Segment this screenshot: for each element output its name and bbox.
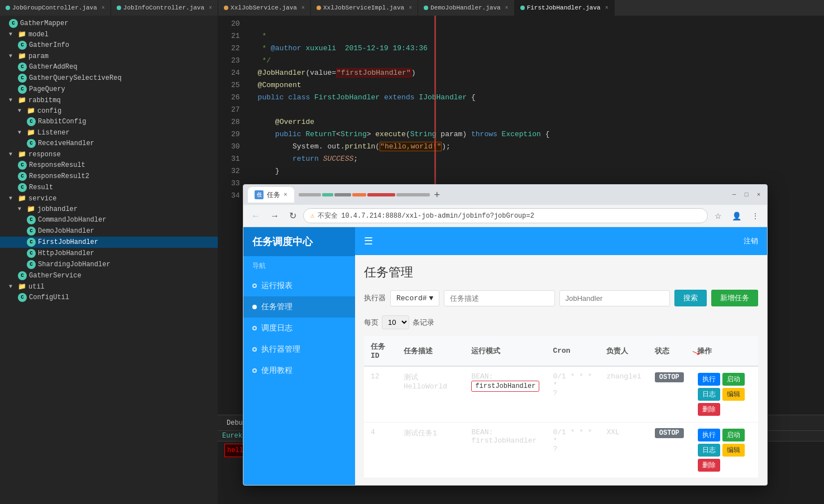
tree-item-commandjobhandler[interactable]: C CommandJobHandler	[0, 214, 218, 225]
start-button[interactable]: 启动	[722, 429, 745, 441]
tab-dot	[224, 6, 228, 10]
arrow-icon: ▼	[18, 108, 27, 114]
delete-button[interactable]: 删除	[698, 459, 720, 472]
nav-section-label: 导航	[252, 262, 266, 270]
class-icon: C	[27, 260, 36, 269]
tree-item-model[interactable]: ▼ 📁 model	[0, 29, 218, 40]
delete-button[interactable]: 删除	[698, 403, 720, 416]
tree-item-util[interactable]: ▼ 📁 util	[0, 281, 218, 292]
close-icon[interactable]: ×	[102, 5, 105, 11]
tree-item-receivehandler[interactable]: C ReceiveHandler	[0, 138, 218, 149]
new-tab-button[interactable]: +	[434, 189, 440, 201]
jobhandler-input[interactable]	[559, 290, 670, 306]
hamburger-button[interactable]: ☰	[364, 235, 373, 247]
class-icon: C	[18, 63, 27, 71]
tree-item-result[interactable]: C Result	[0, 182, 218, 193]
tree-item-param[interactable]: ▼ 📁 param	[0, 51, 218, 61]
refresh-button[interactable]: ↻	[286, 209, 300, 222]
url-bar[interactable]: ⚠ 不安全 10.4.7.214:8888/xxl-job-admin/jobi…	[303, 208, 708, 223]
edit-button[interactable]: 编辑	[722, 388, 745, 401]
per-page-select[interactable]: 10 20 50	[382, 315, 409, 329]
admin-body: 任务管理 执行器 Record# ▼ 搜索 新增任务 每页	[355, 255, 767, 485]
folder-icon: 📁	[18, 96, 26, 104]
tree-item-listener[interactable]: ▼ 📁 Listener	[0, 127, 218, 138]
user-button[interactable]: 👤	[729, 210, 745, 222]
tree-item-firstjobhandler[interactable]: C FirstJobHandler	[0, 237, 218, 248]
tree-item-rabbitconfig[interactable]: C RabbitConfig	[0, 116, 218, 127]
nav-item-executor-management[interactable]: 执行器管理	[243, 339, 355, 360]
run-button[interactable]: 执行	[698, 373, 720, 386]
tree-item-gatheraddreq[interactable]: C GatherAddReq	[0, 61, 218, 73]
arrow-icon: ▼	[9, 284, 18, 290]
class-icon: C	[27, 227, 36, 236]
cell-status: OSTOP	[648, 366, 691, 423]
add-task-button[interactable]: 新增任务	[711, 290, 758, 306]
admin-logo-text: 任务调度中心	[252, 237, 313, 248]
bookmark-button[interactable]: ☆	[711, 210, 725, 222]
tab-jobinfocontroller[interactable]: JobInfoController.java ×	[111, 0, 218, 16]
executor-dropdown[interactable]: Record# ▼	[390, 290, 439, 306]
tree-item-jobhandler[interactable]: ▼ 📁 jobhandler	[0, 204, 218, 214]
arrow-icon: ▼	[9, 31, 18, 37]
tree-item-httpjobhandler[interactable]: C HttpJobHandler	[0, 248, 218, 259]
search-button[interactable]: 搜索	[674, 290, 707, 306]
tree-item-response[interactable]: ▼ 📁 response	[0, 149, 218, 160]
tab-xxljobserviceimpl[interactable]: XxlJobServiceImpl.java ×	[311, 0, 418, 16]
start-button[interactable]: 启动	[722, 373, 745, 386]
tree-item-gatherservice[interactable]: C GatherService	[0, 270, 218, 281]
status-badge: OSTOP	[655, 372, 684, 382]
tree-item-shardingjobhandler[interactable]: C ShardingJobHandler	[0, 259, 218, 270]
folder-icon: 📁	[27, 128, 35, 137]
tree-item-demojobhandler[interactable]: C DemoJobHandler	[0, 225, 218, 237]
tree-item-configutil[interactable]: C ConfigUtil	[0, 292, 218, 303]
minimize-button[interactable]: ─	[730, 191, 738, 199]
close-icon[interactable]: ×	[301, 5, 305, 11]
close-icon[interactable]: ×	[605, 5, 609, 11]
tree-item-gatherinfo[interactable]: C GatherInfo	[0, 40, 218, 51]
log-button[interactable]: 日志	[698, 388, 720, 401]
nav-dot	[252, 368, 257, 373]
tree-item-service[interactable]: ▼ 📁 service	[0, 193, 218, 204]
nav-dot	[252, 347, 257, 352]
edit-button[interactable]: 编辑	[722, 444, 745, 457]
tree-item-gathermapper[interactable]: C GatherMapper	[0, 18, 218, 29]
admin-header: ☰ 注销	[355, 227, 767, 255]
tab-demojobhandler[interactable]: DemoJobHandler.java ×	[418, 0, 514, 16]
browser-tab-close[interactable]: ×	[284, 191, 288, 198]
cell-cron: 0/1 * * * *?	[546, 423, 600, 478]
task-desc-input[interactable]	[444, 290, 554, 306]
cell-mode: BEAN: firstJobHandler	[464, 423, 546, 478]
tab-jobgroupcontroller[interactable]: JobGroupController.java ×	[0, 0, 111, 16]
nav-item-tutorial[interactable]: 使用教程	[243, 360, 355, 381]
close-icon[interactable]: ×	[505, 5, 509, 11]
tree-item-pagequery[interactable]: C PageQuery	[0, 84, 218, 95]
browser-tab-active[interactable]: 任 任务 ×	[248, 187, 294, 203]
tab-dot	[6, 6, 10, 10]
tree-item-responseresult2[interactable]: C ResponseResult2	[0, 171, 218, 182]
nav-item-report[interactable]: 运行报表	[243, 275, 355, 296]
close-icon[interactable]: ×	[409, 5, 412, 11]
search-bar: 执行器 Record# ▼ 搜索 新增任务	[364, 290, 758, 306]
maximize-button[interactable]: □	[742, 191, 750, 199]
tree-item-config[interactable]: ▼ 📁 config	[0, 105, 218, 116]
nav-item-schedule-log[interactable]: 调度日志	[243, 318, 355, 339]
run-button[interactable]: 执行	[698, 429, 720, 441]
col-cron: Cron	[546, 336, 600, 366]
nav-item-task-management[interactable]: 任务管理	[243, 296, 355, 318]
close-icon[interactable]: ×	[209, 5, 212, 11]
folder-icon: 📁	[18, 282, 26, 291]
cell-id: 12	[364, 366, 397, 423]
tree-item-responseresult[interactable]: C ResponseResult	[0, 160, 218, 171]
forward-button[interactable]: →	[267, 210, 282, 222]
more-button[interactable]: ⋮	[748, 210, 763, 222]
logout-button[interactable]: 注销	[744, 236, 758, 246]
back-button[interactable]: ←	[248, 210, 264, 222]
class-icon: C	[27, 215, 36, 224]
tree-item-rabbitmq[interactable]: ▼ 📁 rabbitmq	[0, 95, 218, 105]
tab-firstjobhandler[interactable]: FirstJobHandler.java ×	[515, 0, 615, 16]
log-button[interactable]: 日志	[698, 444, 720, 457]
tab-xxljobservice[interactable]: XxlJobService.java ×	[218, 0, 311, 16]
close-button[interactable]: ×	[755, 191, 763, 199]
tree-item-gatherqueryselectivereq[interactable]: C GatherQuerySelectiveReq	[0, 73, 218, 84]
browser-title-bar: 任 任务 × + ─ □ ×	[243, 185, 767, 205]
